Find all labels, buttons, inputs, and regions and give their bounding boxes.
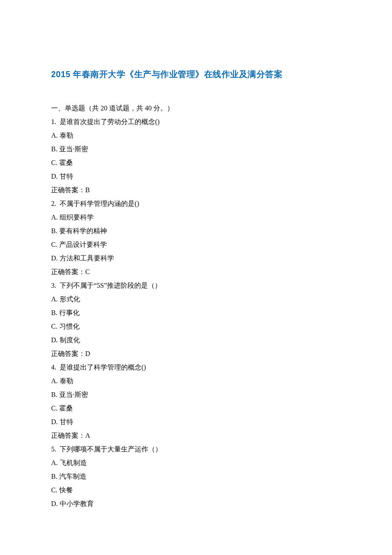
question-4-stem: 4. 是谁提出了科学管理的概念() [51, 361, 341, 374]
question-1-stem: 1. 是谁首次提出了劳动分工的概念() [51, 115, 341, 129]
option-label: A. [51, 214, 58, 221]
option-text: 霍桑 [59, 405, 73, 412]
question-number: 1. [51, 118, 58, 125]
option-label: B. [51, 227, 58, 234]
question-1-option-d: D. 甘特 [51, 170, 341, 183]
option-label: B. [51, 145, 58, 153]
question-5-stem: 5. 下列哪项不属于大量生产运作（） [51, 442, 341, 456]
option-label: C. [51, 486, 58, 494]
question-text: 是谁首次提出了劳动分工的概念() [60, 118, 160, 125]
option-text: 亚当·斯密 [59, 145, 88, 153]
question-5-option-b: B. 汽车制造 [51, 470, 341, 483]
option-text: 行事化 [59, 309, 80, 316]
question-5-option-a: A. 飞机制造 [51, 456, 341, 470]
option-text: 霍桑 [59, 159, 73, 166]
answer-prefix: 正确答案： [51, 268, 85, 275]
option-text: 制度化 [60, 336, 80, 344]
option-label: D. [51, 500, 58, 507]
option-label: C. [51, 405, 58, 412]
question-4-option-c: C. 霍桑 [51, 402, 341, 415]
question-5-option-c: C. 快餐 [51, 483, 341, 497]
option-text: 习惯化 [59, 323, 80, 330]
question-3-option-b: B. 行事化 [51, 306, 341, 320]
question-2-option-a: A. 组织要科学 [51, 211, 341, 224]
option-label: B. [51, 309, 58, 316]
option-text: 泰勒 [60, 377, 73, 384]
question-3-answer: 正确答案：D [51, 347, 341, 361]
option-label: B. [51, 391, 58, 398]
question-text: 是谁提出了科学管理的概念() [60, 364, 146, 371]
answer-prefix: 正确答案： [51, 432, 85, 439]
option-text: 甘特 [60, 173, 73, 180]
option-text: 亚当·斯密 [59, 391, 88, 398]
option-text: 汽车制造 [59, 473, 86, 480]
option-label: D. [51, 336, 58, 344]
question-number: 2. [51, 200, 58, 207]
option-text: 泰勒 [60, 132, 73, 139]
option-label: C. [51, 241, 58, 248]
question-3-option-c: C. 习惯化 [51, 320, 341, 333]
option-label: C. [51, 159, 58, 166]
question-3-stem: 3. 下列不属于“5S”推进阶段的是（） [51, 279, 341, 292]
question-2-option-d: D. 方法和工具要科学 [51, 251, 341, 265]
option-label: A. [51, 132, 58, 139]
answer-prefix: 正确答案： [51, 186, 85, 194]
answer-value: C [85, 268, 90, 275]
question-text: 不属于科学管理内涵的是() [60, 200, 139, 207]
option-text: 中小学教育 [60, 500, 94, 507]
option-label: D. [51, 254, 58, 262]
question-text: 下列哪项不属于大量生产运作（） [60, 445, 162, 453]
question-2-option-b: B. 要有科学的精神 [51, 224, 341, 238]
question-4-option-d: D. 甘特 [51, 415, 341, 429]
option-text: 方法和工具要科学 [60, 254, 114, 262]
section-header: 一、单选题（共 20 道试题，共 40 分。） [51, 101, 341, 115]
question-1-option-a: A. 泰勒 [51, 129, 341, 142]
question-5-option-d: D. 中小学教育 [51, 497, 341, 511]
question-1-answer: 正确答案：B [51, 183, 341, 197]
option-label: A. [51, 377, 58, 384]
question-number: 5. [51, 445, 58, 453]
option-label: A. [51, 295, 58, 303]
question-1-option-c: C. 霍桑 [51, 156, 341, 170]
option-text: 组织要科学 [60, 214, 94, 221]
question-3-option-d: D. 制度化 [51, 333, 341, 347]
option-text: 要有科学的精神 [59, 227, 107, 234]
option-label: B. [51, 473, 58, 480]
answer-value: A [85, 432, 90, 439]
answer-prefix: 正确答案： [51, 350, 85, 357]
option-label: A. [51, 459, 58, 466]
question-number: 4. [51, 364, 58, 371]
option-label: D. [51, 418, 58, 425]
question-4-answer: 正确答案：A [51, 429, 341, 442]
answer-value: D [85, 350, 90, 357]
question-2-answer: 正确答案：C [51, 265, 341, 279]
option-label: C. [51, 323, 58, 330]
question-2-option-c: C. 产品设计要科学 [51, 238, 341, 251]
question-4-option-a: A. 泰勒 [51, 374, 341, 388]
document-title: 2015 年春南开大学《生产与作业管理》在线作业及满分答案 [51, 66, 341, 83]
question-3-option-a: A. 形式化 [51, 292, 341, 306]
question-4-option-b: B. 亚当·斯密 [51, 388, 341, 402]
option-text: 飞机制造 [60, 459, 87, 466]
question-1-option-b: B. 亚当·斯密 [51, 142, 341, 156]
option-text: 产品设计要科学 [59, 241, 107, 248]
option-text: 形式化 [60, 295, 80, 303]
question-number: 3. [51, 282, 58, 289]
option-label: D. [51, 173, 58, 180]
answer-value: B [85, 186, 90, 194]
option-text: 甘特 [60, 418, 73, 425]
option-text: 快餐 [59, 486, 73, 494]
question-2-stem: 2. 不属于科学管理内涵的是() [51, 197, 341, 211]
question-text: 下列不属于“5S”推进阶段的是（） [60, 282, 161, 289]
